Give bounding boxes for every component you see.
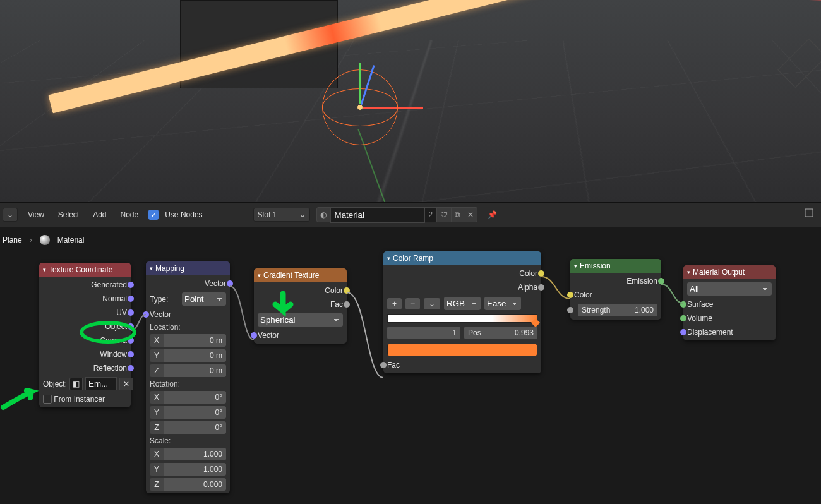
gradient-type-select[interactable]: Spherical bbox=[258, 313, 343, 327]
pin-icon[interactable]: 📌 bbox=[484, 210, 501, 219]
object-field-label: Object: bbox=[43, 380, 67, 388]
type-label: Type: bbox=[150, 295, 168, 304]
chevron-down-icon: ⌄ bbox=[7, 210, 13, 219]
socket-window[interactable]: Window bbox=[39, 347, 131, 361]
socket-surface-in[interactable]: Surface bbox=[683, 297, 776, 311]
backdrop-toggle[interactable] bbox=[801, 205, 817, 223]
color-ramp-gradient[interactable] bbox=[387, 314, 537, 323]
chevron-down-icon: ▾ bbox=[574, 263, 577, 269]
socket-fac-in[interactable]: Fac bbox=[383, 358, 541, 372]
node-gradient-texture[interactable]: ▾Gradient Texture Color Fac Spherical Ve… bbox=[254, 268, 347, 344]
chevron-down-icon: ▾ bbox=[150, 265, 153, 272]
chevron-down-icon: ⌄ bbox=[299, 210, 306, 219]
socket-color-out[interactable]: Color bbox=[383, 267, 541, 280]
node-color-ramp[interactable]: ▾Color Ramp Color Alpha + − ⌄ RGB Ease 1… bbox=[383, 251, 541, 373]
material-selector: ◐ 2 🛡 ⧉ ✕ bbox=[316, 207, 478, 223]
location-x[interactable]: X0 m bbox=[146, 333, 230, 348]
output-target-row: All bbox=[683, 280, 776, 297]
emission-strength-row[interactable]: Strength1.000 bbox=[570, 302, 661, 318]
chevron-down-icon: ▾ bbox=[687, 269, 690, 275]
socket-normal[interactable]: Normal bbox=[39, 292, 131, 306]
ramp-stop-color-swatch[interactable] bbox=[387, 344, 537, 356]
socket-volume-in[interactable]: Volume bbox=[683, 311, 776, 325]
view-menu[interactable]: View bbox=[24, 208, 48, 222]
location-y[interactable]: Y0 m bbox=[146, 348, 230, 363]
socket-fac-out[interactable]: Fac bbox=[254, 297, 347, 311]
breadcrumb: Plane › Material bbox=[3, 229, 84, 251]
ramp-interpolation[interactable]: Ease bbox=[484, 297, 521, 310]
rotation-x[interactable]: X0° bbox=[146, 390, 230, 405]
socket-vector-out[interactable]: Vector bbox=[146, 277, 230, 291]
node-header[interactable]: ▾Gradient Texture bbox=[254, 268, 347, 282]
copy-icon[interactable]: ⧉ bbox=[452, 207, 464, 222]
socket-reflection[interactable]: Reflection bbox=[39, 361, 131, 375]
node-texture-coordinate[interactable]: ▾Texture Coordinate Generated Normal UV … bbox=[39, 263, 131, 407]
chevron-down-icon: ▾ bbox=[387, 255, 390, 261]
node-editor-canvas[interactable]: ▾Texture Coordinate Generated Normal UV … bbox=[0, 251, 821, 504]
socket-vector-in[interactable]: Vector bbox=[146, 308, 230, 321]
use-nodes-checkbox[interactable]: ✓ bbox=[148, 210, 159, 220]
close-icon[interactable]: ✕ bbox=[119, 378, 133, 390]
node-title: Emission bbox=[580, 261, 611, 270]
shield-icon[interactable]: 🛡 bbox=[437, 207, 452, 222]
scale-z[interactable]: Z0.000 bbox=[146, 477, 230, 492]
node-header[interactable]: ▾Texture Coordinate bbox=[39, 263, 131, 277]
rotation-z[interactable]: Z0° bbox=[146, 420, 230, 435]
image-icon bbox=[805, 208, 813, 217]
node-mapping[interactable]: ▾Mapping Vector Type:Point Vector Locati… bbox=[146, 261, 230, 493]
breadcrumb-object[interactable]: Plane bbox=[3, 236, 22, 244]
location-z[interactable]: Z0 m bbox=[146, 363, 230, 378]
socket-uv[interactable]: UV bbox=[39, 306, 131, 320]
mapping-type-row: Type:Point bbox=[146, 291, 230, 308]
socket-displacement-in[interactable]: Displacement bbox=[683, 325, 776, 339]
chevron-down-icon: ▾ bbox=[43, 267, 46, 273]
node-menu[interactable]: Node bbox=[117, 208, 143, 222]
material-sphere-icon[interactable]: ◐ bbox=[316, 207, 330, 222]
ramp-stop-index[interactable]: 1 bbox=[387, 327, 460, 339]
material-name-field[interactable] bbox=[330, 207, 425, 223]
node-header[interactable]: ▾Color Ramp bbox=[383, 251, 541, 265]
socket-color-out[interactable]: Color bbox=[254, 284, 347, 297]
ramp-color-mode[interactable]: RGB bbox=[444, 297, 481, 310]
socket-emission-out[interactable]: Emission bbox=[570, 274, 661, 288]
select-menu[interactable]: Select bbox=[54, 208, 83, 222]
gradient-type-row: Spherical bbox=[254, 311, 347, 328]
add-menu[interactable]: Add bbox=[89, 208, 110, 222]
rotation-y[interactable]: Y0° bbox=[146, 405, 230, 420]
object-field-row: Object: ◧ ✕ bbox=[39, 375, 131, 392]
socket-color-in[interactable]: Color bbox=[570, 288, 661, 302]
scale-x[interactable]: X1.000 bbox=[146, 447, 230, 462]
material-sphere-icon bbox=[40, 235, 50, 245]
node-emission[interactable]: ▾Emission Emission Color Strength1.000 bbox=[570, 259, 661, 320]
breadcrumb-material[interactable]: Material bbox=[57, 236, 85, 244]
material-slot-dropdown[interactable]: Slot 1⌄ bbox=[253, 208, 310, 222]
ramp-add-stop[interactable]: + bbox=[387, 298, 402, 309]
transform-gizmo[interactable] bbox=[360, 107, 423, 109]
node-header[interactable]: ▾Emission bbox=[570, 259, 661, 273]
from-instancer-checkbox-row[interactable]: From Instancer bbox=[39, 392, 131, 406]
node-header[interactable]: ▾Mapping bbox=[146, 261, 230, 275]
socket-object[interactable]: Object bbox=[39, 320, 131, 333]
node-title: Color Ramp bbox=[393, 254, 433, 263]
mapping-type-select[interactable]: Point bbox=[182, 292, 226, 306]
node-material-output[interactable]: ▾Material Output All Surface Volume Disp… bbox=[683, 265, 776, 340]
scale-y[interactable]: Y1.000 bbox=[146, 462, 230, 477]
ramp-tools-menu[interactable]: ⌄ bbox=[424, 298, 440, 309]
from-instancer-checkbox[interactable] bbox=[43, 395, 52, 404]
ramp-remove-stop[interactable]: − bbox=[405, 298, 420, 309]
socket-generated[interactable]: Generated bbox=[39, 278, 131, 292]
editor-type-dropdown[interactable]: ⌄ bbox=[3, 208, 18, 222]
color-ramp-toolbar: + − ⌄ RGB Ease bbox=[383, 294, 541, 313]
material-user-count[interactable]: 2 bbox=[425, 207, 438, 222]
empty-icon[interactable]: ◧ bbox=[69, 378, 83, 390]
from-instancer-label: From Instancer bbox=[54, 395, 105, 404]
socket-alpha-out[interactable]: Alpha bbox=[383, 280, 541, 294]
output-target-select[interactable]: All bbox=[687, 282, 772, 296]
viewport-3d[interactable] bbox=[0, 0, 821, 202]
close-icon[interactable]: ✕ bbox=[464, 207, 477, 222]
node-header[interactable]: ▾Material Output bbox=[683, 265, 776, 279]
socket-camera[interactable]: Camera bbox=[39, 333, 131, 347]
ramp-stop-position[interactable]: Pos0.993 bbox=[464, 327, 537, 339]
object-reference-field[interactable] bbox=[85, 377, 117, 390]
socket-vector-in[interactable]: Vector bbox=[254, 328, 347, 342]
